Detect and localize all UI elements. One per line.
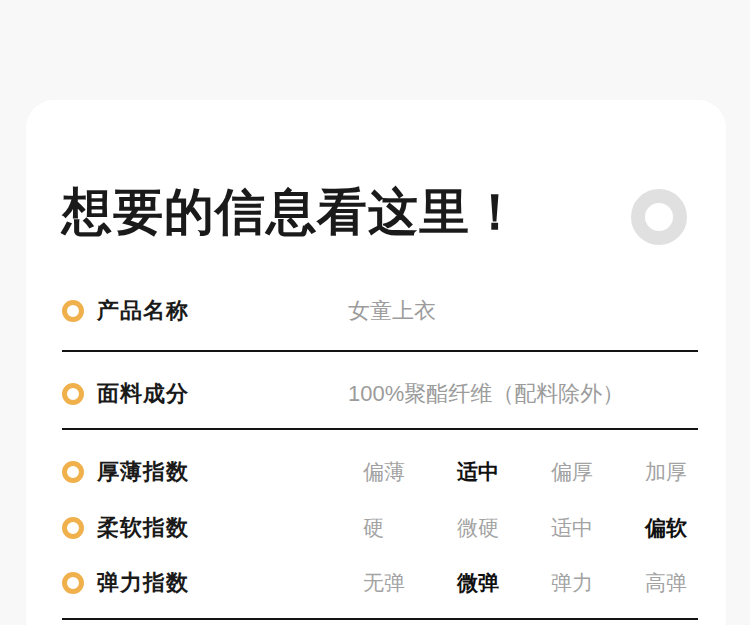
orange-ring-icon [62,517,84,539]
option-item: 高弹 [645,569,739,597]
orange-ring-icon [62,300,84,322]
row-label: 面料成分 [97,379,189,409]
orange-ring-icon [62,383,84,405]
gray-ring-icon [631,189,687,245]
option-item: 适中 [551,514,645,542]
divider [62,428,698,430]
row-value: 女童上衣 [348,296,436,326]
product-info-card: 想要的信息看这里！ 产品名称 女童上衣 面料成分 100%聚酯纤维（配料除外） … [26,100,726,625]
option-item: 偏厚 [551,458,645,486]
option-item: 偏软 [645,514,739,542]
option-item: 微硬 [457,514,551,542]
page-title: 想要的信息看这里！ [62,182,521,242]
softness-options: 硬 微硬 适中 偏软 [363,514,739,542]
row-label: 弹力指数 [97,568,189,598]
option-item: 适中 [457,458,551,486]
option-item: 偏薄 [363,458,457,486]
product-name-row: 产品名称 女童上衣 [62,297,698,325]
option-item: 微弹 [457,569,551,597]
thickness-options: 偏薄 适中 偏厚 加厚 [363,458,739,486]
orange-ring-icon [62,572,84,594]
row-label: 柔软指数 [97,513,189,543]
row-label: 厚薄指数 [97,457,189,487]
divider [62,350,698,352]
divider [62,618,698,620]
option-item: 硬 [363,514,457,542]
thickness-index-row: 厚薄指数 偏薄 适中 偏厚 加厚 [62,458,698,486]
fabric-composition-row: 面料成分 100%聚酯纤维（配料除外） [62,380,698,408]
orange-ring-icon [62,461,84,483]
option-item: 无弹 [363,569,457,597]
row-label: 产品名称 [97,296,189,326]
elasticity-index-row: 弹力指数 无弹 微弹 弹力 高弹 [62,569,698,597]
row-value: 100%聚酯纤维（配料除外） [348,379,624,409]
option-item: 加厚 [645,458,739,486]
elasticity-options: 无弹 微弹 弹力 高弹 [363,569,739,597]
softness-index-row: 柔软指数 硬 微硬 适中 偏软 [62,514,698,542]
page-background: 想要的信息看这里！ 产品名称 女童上衣 面料成分 100%聚酯纤维（配料除外） … [0,0,750,625]
option-item: 弹力 [551,569,645,597]
